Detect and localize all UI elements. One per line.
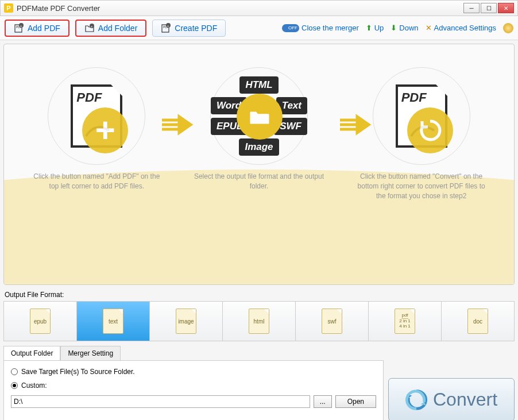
steps-container: PDF + Click the button named "Add PDF" o… [4, 44, 514, 212]
close-merger-link[interactable]: OFF Close the merger [282, 24, 359, 32]
bottom-area: Output Folder Merger Setting Save Target… [3, 346, 515, 420]
format-html[interactable]: html [223, 302, 296, 341]
main-preview-area: PDF + Click the button named "Add PDF" o… [3, 44, 515, 285]
settings-icon: ✕ [426, 24, 432, 32]
arrow-up-icon: ⬆ [366, 24, 372, 32]
create-pdf-icon: PDF+ [161, 23, 171, 33]
maximize-button[interactable]: ☐ [481, 3, 497, 13]
add-pdf-label: Add PDF [28, 24, 60, 33]
tabs-panel: Output Folder Merger Setting Save Target… [3, 346, 384, 420]
up-link[interactable]: ⬆ Up [366, 24, 384, 32]
label-save-source: Save Target File(s) To Source Folder. [21, 368, 135, 376]
svg-text:+: + [20, 24, 22, 27]
convert-button[interactable]: Convert [388, 378, 515, 420]
arrow-down-icon: ⬇ [391, 24, 397, 32]
format-epub[interactable]: epub [4, 302, 77, 341]
add-folder-label: Add Folder [98, 24, 137, 33]
advanced-settings-link[interactable]: ✕ Advanced Settings [426, 24, 496, 32]
add-folder-button[interactable]: + Add Folder [75, 20, 146, 37]
format-swf[interactable]: swf [296, 302, 369, 341]
arrow-right-icon [159, 113, 194, 136]
step-2-circle: HTML Word Text EPUB SWF Image [210, 67, 308, 165]
svg-text:+: + [167, 24, 169, 27]
tab-output-folder[interactable]: Output Folder [3, 346, 60, 360]
format-text[interactable]: text [77, 302, 150, 341]
format-doc[interactable]: doc [442, 302, 514, 341]
step-3-circle: PDF [373, 67, 470, 165]
app-icon: P [4, 3, 13, 13]
plus-icon: + [95, 113, 115, 148]
step-1: PDF + Click the button named "Add PDF" o… [25, 67, 168, 191]
add-folder-icon: + [84, 23, 95, 33]
window-title: PDFMate PDF Converter [17, 4, 463, 13]
step-1-circle: PDF + [48, 67, 145, 165]
tab-body: Save Target File(s) To Source Folder. Cu… [3, 360, 384, 420]
toggle-off-icon: OFF [282, 24, 299, 32]
format-pdf[interactable]: pdf 2 in 1 4 in 1 [369, 302, 442, 341]
toolbar-right: OFF Close the merger ⬆ Up ⬇ Down ✕ Advan… [282, 23, 513, 33]
step-2-desc: Select the output file format and the ou… [187, 172, 331, 191]
open-button[interactable]: Open [335, 395, 376, 408]
output-format-label: Output File Format: [0, 288, 518, 301]
create-pdf-label: Create PDF [175, 24, 217, 33]
folder-icon [237, 94, 283, 140]
minimize-button[interactable]: ─ [463, 3, 480, 13]
step-2: HTML Word Text EPUB SWF Image Select the… [187, 67, 331, 191]
window-controls: ─ ☐ ✕ [463, 3, 514, 13]
arrow-right-icon [337, 113, 372, 136]
tab-merger-setting[interactable]: Merger Setting [60, 346, 121, 360]
label-custom: Custom: [21, 382, 47, 390]
refresh-icon [418, 118, 443, 143]
step-1-desc: Click the button named "Add PDF" on the … [25, 172, 168, 191]
add-pdf-button[interactable]: PDF+ Add PDF [5, 20, 69, 37]
convert-label: Convert [433, 389, 497, 410]
pdf-add-illustration: PDF + [71, 84, 122, 148]
format-image[interactable]: image [150, 302, 223, 341]
create-pdf-button[interactable]: PDF+ Create PDF [152, 20, 226, 37]
add-pdf-icon: PDF+ [14, 23, 24, 33]
step-3-desc: Click the button named "Convert" on the … [350, 172, 493, 201]
radio-custom[interactable] [11, 382, 18, 389]
svg-text:+: + [91, 24, 93, 28]
toolbar: PDF+ Add PDF + Add Folder PDF+ Create PD… [0, 16, 518, 40]
globe-icon[interactable] [503, 23, 513, 33]
format-bar: epub text image html swf pdf 2 in 1 4 in… [3, 301, 515, 341]
pdf-convert-illustration: PDF [396, 84, 447, 148]
radio-save-source[interactable] [11, 368, 18, 375]
convert-icon [405, 389, 427, 411]
down-link[interactable]: ⬇ Down [391, 24, 418, 32]
browse-button[interactable]: ... [314, 395, 332, 408]
custom-path-input[interactable] [11, 395, 310, 408]
titlebar: P PDFMate PDF Converter ─ ☐ ✕ [0, 0, 518, 16]
close-button[interactable]: ✕ [498, 3, 514, 13]
